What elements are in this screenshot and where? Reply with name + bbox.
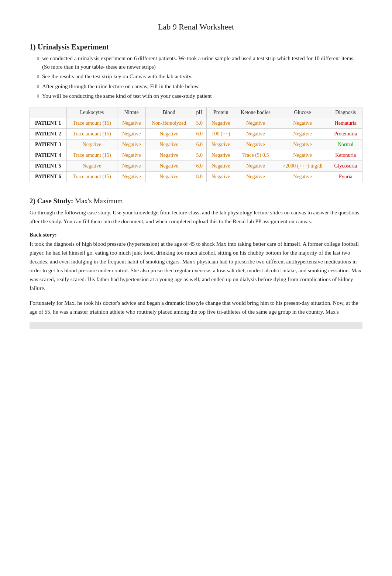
section1-title: 1) Urinalysis Experiment xyxy=(30,43,362,51)
cell-leukocytes: Negative xyxy=(66,161,117,171)
cell-protein: Negative xyxy=(207,139,235,150)
section2-title: 2) Case Study: Max's Maximum xyxy=(30,197,362,205)
section1: 1) Urinalysis Experiment we conducted a … xyxy=(30,43,362,100)
col-header-empty xyxy=(30,107,67,118)
cell-diagnosis: Ketonuria xyxy=(329,150,362,161)
patient-label: PATIENT 1 xyxy=(30,118,67,128)
cell-diagnosis: Pyuria xyxy=(329,171,362,182)
cell-glucose: Negative xyxy=(276,150,329,161)
bullet-item: After going through the urine lecture on… xyxy=(37,82,362,91)
cell-protein: 100 (++) xyxy=(207,128,235,139)
col-header-protein: Protein xyxy=(207,107,235,118)
cell-ketone: Negative xyxy=(235,139,276,150)
cell-leukocytes: Trace amount (15) xyxy=(66,171,117,182)
backstory-label: Back story: xyxy=(30,232,362,238)
cell-ketone: Negative xyxy=(235,118,276,128)
section2-intro: Go through the following case study. Use… xyxy=(30,208,362,226)
col-header-diagnosis: Diagnosis xyxy=(329,107,362,118)
cell-blood: Negative xyxy=(146,128,192,139)
bullet-item: See the results and the test strip key o… xyxy=(37,72,362,81)
col-header-nitrate: Nitrate xyxy=(117,107,146,118)
cell-ketone: Negative xyxy=(235,171,276,182)
bullet-text: we conducted a urinalysis experiment on … xyxy=(42,54,362,71)
cell-nitrate: Negative xyxy=(117,139,146,150)
cell-glucose: Negative xyxy=(276,118,329,128)
cell-leukocytes: Trace amount (15) xyxy=(66,128,117,139)
table-row: PATIENT 2Trace amount (15)NegativeNegati… xyxy=(30,128,362,139)
cell-glucose: Negative xyxy=(276,128,329,139)
cell-ph: 6.0 xyxy=(192,161,206,171)
page-title: Lab 9 Renal Worksheet xyxy=(30,22,362,32)
cell-blood: Non-Hemolyzed xyxy=(146,118,192,128)
cell-protein: Negative xyxy=(207,161,235,171)
patient-label: PATIENT 2 xyxy=(30,128,67,139)
bullet-item: we conducted a urinalysis experiment on … xyxy=(37,54,362,71)
backstory-text: It took the diagnosis of high blood pres… xyxy=(30,239,362,293)
cell-leukocytes: Trace amount (15) xyxy=(66,150,117,161)
cell-protein: Negative xyxy=(207,118,235,128)
cell-nitrate: Negative xyxy=(117,161,146,171)
paragraph2-text: Fortunately for Max, he took his doctor'… xyxy=(30,299,362,316)
cell-ph: 5.0 xyxy=(192,118,206,128)
cell-ketone: Negative xyxy=(235,128,276,139)
patient-label: PATIENT 6 xyxy=(30,171,67,182)
section2: 2) Case Study: Max's Maximum Go through … xyxy=(30,197,362,329)
col-header-leukocytes: Leukocytes xyxy=(66,107,117,118)
table-row: PATIENT 4Trace amount (15)NegativeNegati… xyxy=(30,150,362,161)
cell-ph: 8.0 xyxy=(192,171,206,182)
cell-ph: 5.0 xyxy=(192,150,206,161)
cell-diagnosis: Proteinuria xyxy=(329,128,362,139)
col-header-ketone: Ketone bodies xyxy=(235,107,276,118)
col-header-blood: Blood xyxy=(146,107,192,118)
table-row: PATIENT 3NegativeNegativeNegative6.0Nega… xyxy=(30,139,362,150)
cell-leukocytes: Trace amount (15) xyxy=(66,118,117,128)
patient-label: PATIENT 3 xyxy=(30,139,67,150)
cell-ketone: Negative xyxy=(235,161,276,171)
bullet-item: You will be conducting the same kind of … xyxy=(37,92,362,100)
col-header-ph: pH xyxy=(192,107,206,118)
redacted-text xyxy=(30,322,362,329)
bullet-text: After going through the urine lecture on… xyxy=(42,82,200,91)
cell-blood: Negative xyxy=(146,139,192,150)
cell-protein: Negative xyxy=(207,150,235,161)
table-row: PATIENT 1Trace amount (15)NegativeNon-He… xyxy=(30,118,362,128)
cell-ketone: Trace (5) 0.5 xyxy=(235,150,276,161)
cell-nitrate: Negative xyxy=(117,171,146,182)
cell-ph: 6.0 xyxy=(192,139,206,150)
bullet-text: See the results and the test strip key o… xyxy=(42,72,192,81)
col-header-glucose: Glucose xyxy=(276,107,329,118)
cell-nitrate: Negative xyxy=(117,118,146,128)
cell-ph: 6.0 xyxy=(192,128,206,139)
cell-blood: Negative xyxy=(146,161,192,171)
cell-nitrate: Negative xyxy=(117,150,146,161)
table-row: PATIENT 6Trace amount (15)NegativeNegati… xyxy=(30,171,362,182)
patient-label: PATIENT 5 xyxy=(30,161,67,171)
cell-blood: Negative xyxy=(146,150,192,161)
bullet-text: You will be conducting the same kind of … xyxy=(42,92,212,100)
cell-diagnosis: Glycosuria xyxy=(329,161,362,171)
cell-diagnosis: Hematuria xyxy=(329,118,362,128)
cell-protein: Negative xyxy=(207,171,235,182)
cell-glucose: >2000 (+++) mg/dl xyxy=(276,161,329,171)
bullet-list: we conducted a urinalysis experiment on … xyxy=(37,54,362,100)
cell-nitrate: Negative xyxy=(117,128,146,139)
cell-glucose: Negative xyxy=(276,139,329,150)
patient-label: PATIENT 4 xyxy=(30,150,67,161)
table-row: PATIENT 5NegativeNegativeNegative6.0Nega… xyxy=(30,161,362,171)
urinalysis-table: Leukocytes Nitrate Blood pH Protein Keto… xyxy=(30,107,362,182)
cell-blood: Negative xyxy=(146,171,192,182)
cell-glucose: Negative xyxy=(276,171,329,182)
cell-diagnosis: Normal xyxy=(329,139,362,150)
cell-leukocytes: Negative xyxy=(66,139,117,150)
